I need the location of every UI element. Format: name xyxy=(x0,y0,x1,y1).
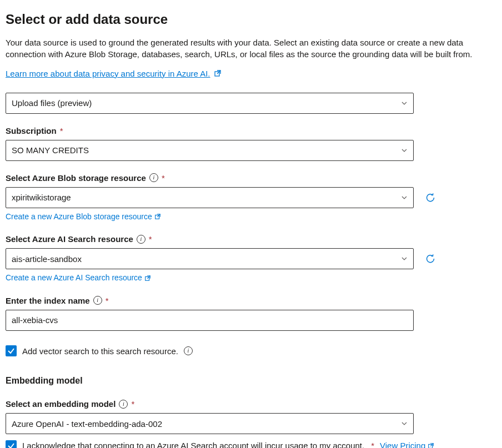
chevron-down-icon xyxy=(401,420,408,427)
external-link-icon xyxy=(428,442,434,448)
index-name-input[interactable]: all-xebia-cvs xyxy=(6,310,414,331)
data-source-dropdown[interactable]: Upload files (preview) xyxy=(6,93,414,114)
embedding-model-dropdown[interactable]: Azure OpenAI - text-embedding-ada-002 xyxy=(6,413,414,434)
page-title: Select or add data source xyxy=(6,10,496,29)
refresh-ai-search-button[interactable] xyxy=(425,253,436,264)
ai-search-value: ais-article-sandbox xyxy=(12,253,82,265)
external-link-icon xyxy=(154,213,161,220)
index-name-value: all-xebia-cvs xyxy=(12,314,58,326)
subscription-value: SO MANY CREDITS xyxy=(12,144,89,156)
refresh-blob-storage-button[interactable] xyxy=(425,192,436,203)
info-icon[interactable]: i xyxy=(137,235,145,244)
blob-storage-label: Select Azure Blob storage resource i * xyxy=(6,172,496,184)
chevron-down-icon xyxy=(401,147,408,154)
view-pricing-link[interactable]: View Pricing xyxy=(380,440,434,448)
subscription-dropdown[interactable]: SO MANY CREDITS xyxy=(6,140,414,161)
create-ai-search-link[interactable]: Create a new Azure AI Search resource xyxy=(6,273,151,284)
acknowledgment-text: I acknowledge that connecting to an Azur… xyxy=(22,440,364,448)
external-link-icon xyxy=(214,69,222,77)
embedding-model-label: Select an embedding model i * xyxy=(6,398,496,410)
external-link-icon xyxy=(144,275,151,281)
info-icon[interactable]: i xyxy=(119,400,128,409)
blob-storage-dropdown[interactable]: xpiritwikistorage xyxy=(6,187,414,208)
index-name-label: Enter the index name i * xyxy=(6,295,496,306)
info-icon[interactable]: i xyxy=(93,296,102,305)
vector-search-checkbox[interactable] xyxy=(6,345,17,356)
blob-storage-value: xpiritwikistorage xyxy=(12,192,71,203)
ai-search-dropdown[interactable]: ais-article-sandbox xyxy=(6,248,414,269)
subscription-label: Subscription * xyxy=(6,125,496,137)
page-description: Your data source is used to ground the g… xyxy=(6,37,496,60)
chevron-down-icon xyxy=(401,194,408,201)
required-marker: * xyxy=(106,295,109,306)
acknowledgment-checkbox[interactable] xyxy=(6,440,17,448)
chevron-down-icon xyxy=(401,100,408,107)
required-marker: * xyxy=(149,233,152,245)
create-blob-storage-link[interactable]: Create a new Azure Blob storage resource xyxy=(6,212,161,223)
ai-search-label: Select Azure AI Search resource i * xyxy=(6,233,496,245)
info-icon[interactable]: i xyxy=(149,173,158,182)
required-marker: * xyxy=(371,440,374,448)
embedding-model-value: Azure OpenAI - text-embedding-ada-002 xyxy=(12,418,162,430)
info-icon[interactable]: i xyxy=(184,346,193,355)
vector-search-label: Add vector search to this search resourc… xyxy=(22,345,178,357)
embedding-heading: Embedding model xyxy=(6,375,496,387)
required-marker: * xyxy=(162,172,165,184)
chevron-down-icon xyxy=(401,255,408,262)
learn-more-text: Learn more about data privacy and securi… xyxy=(6,68,210,79)
required-marker: * xyxy=(60,125,63,137)
required-marker: * xyxy=(131,398,134,410)
learn-more-link[interactable]: Learn more about data privacy and securi… xyxy=(6,68,222,79)
data-source-value: Upload files (preview) xyxy=(12,97,92,109)
